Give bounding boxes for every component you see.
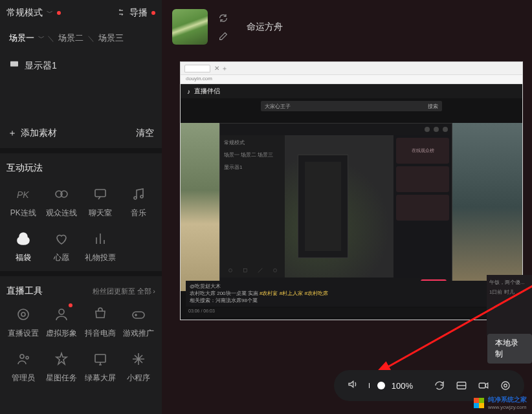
tools-subtitle-link[interactable]: 粉丝团更新至 全部› — [93, 287, 155, 296]
video-info-strip: @吃货赵大木 农村吃大席 200块一桌菜 实惠 #农村宴 #村上人家 #农村吃席… — [186, 281, 517, 307]
interactive-section-title: 互动玩法 — [4, 156, 158, 179]
grid-item-admin[interactable]: 管理员 — [4, 344, 43, 389]
broadcast-toggle[interactable]: 导播 — [116, 7, 155, 19]
svg-rect-4 — [95, 190, 105, 197]
page-header: ♪直播伴侣 — [181, 84, 522, 98]
svg-rect-22 — [479, 383, 485, 388]
interactive-grid: PKPK连线 观众连线 聊天室 音乐 福袋 心愿 礼物投票 — [4, 179, 158, 268]
svg-text:PK: PK — [17, 190, 29, 200]
grid-item-star-tasks[interactable]: 星图任务 — [43, 344, 82, 389]
svg-point-24 — [504, 384, 507, 387]
chevron-down-icon: ﹀ — [47, 8, 53, 17]
scene-thumbnail[interactable] — [172, 9, 208, 45]
record-icon[interactable] — [478, 378, 489, 393]
search-bar: 大家心王子搜索 — [261, 101, 442, 111]
svg-point-14 — [228, 269, 232, 272]
stream-title: 命运方舟 — [239, 19, 291, 36]
volume-value: 100% — [392, 381, 413, 391]
chevron-down-icon: ﹀ — [38, 34, 45, 43]
grid-item-game-promo[interactable]: 游戏推广 — [120, 300, 159, 344]
mode-label: 常规模式 — [6, 7, 43, 19]
svg-rect-10 — [133, 312, 144, 318]
svg-point-12 — [26, 356, 28, 359]
layout-icon[interactable] — [456, 378, 467, 393]
left-sidebar: 常规模式 ﹀ 导播 场景一 ﹀ ＼ 场景二 ＼ 场景三 显示器1 ＋ 添加素材 … — [0, 0, 162, 414]
clear-button[interactable]: 清空 — [136, 127, 154, 139]
scene-tab-2[interactable]: 场景二 — [57, 30, 85, 47]
swap-icon — [116, 8, 126, 19]
video-timeline: 03:06 / 06:03 — [186, 308, 517, 317]
record-tooltip: 本地录制 — [487, 334, 532, 364]
grid-item-chatroom[interactable]: 聊天室 — [81, 179, 120, 224]
svg-point-11 — [20, 354, 24, 358]
grid-item-pk[interactable]: PKPK连线 — [4, 179, 43, 224]
add-label: 添加素材 — [21, 127, 57, 139]
svg-point-5 — [134, 197, 137, 199]
svg-point-23 — [502, 382, 509, 389]
svg-point-9 — [59, 309, 64, 314]
svg-point-16 — [273, 269, 276, 272]
grid-item-lucky-bag[interactable]: 福袋 — [4, 224, 43, 268]
tools-section-title: 直播工具 — [6, 285, 43, 297]
grid-item-greenscreen[interactable]: 绿幕大屏 — [81, 344, 120, 389]
monitor-icon — [9, 60, 19, 72]
watermark: 纯净系统之家 www.ycwjzy.com — [474, 395, 527, 410]
target-icon[interactable] — [500, 378, 511, 393]
grid-item-gift-vote[interactable]: 礼物投票 — [81, 224, 120, 268]
browser-tab-bar: ✕ ＋ — [181, 62, 522, 75]
mode-selector[interactable]: 常规模式 ﹀ — [6, 7, 61, 19]
grid-item-virtual-avatar[interactable]: 虚拟形象 — [43, 300, 82, 344]
add-source-button[interactable]: ＋ 添加素材 — [8, 127, 57, 139]
volume-icon[interactable] — [347, 378, 359, 393]
svg-rect-13 — [95, 354, 105, 362]
notification-dot-icon — [57, 11, 61, 15]
scene-tab-3[interactable]: 场景三 — [97, 30, 125, 47]
grid-item-audience-link[interactable]: 观众连线 — [43, 179, 82, 224]
chevron-right-icon: › — [153, 287, 155, 295]
refresh-icon[interactable] — [217, 12, 230, 25]
scene-tab-1[interactable]: 场景一 — [8, 30, 36, 47]
notification-dot-icon — [151, 11, 155, 15]
windows-logo-icon — [474, 398, 484, 408]
grid-item-music[interactable]: 音乐 — [120, 179, 159, 224]
edit-icon[interactable] — [217, 30, 230, 43]
source-item-monitor[interactable]: 显示器1 — [8, 56, 154, 76]
notification-dot-icon — [69, 303, 72, 307]
grid-item-miniapp[interactable]: 小程序 — [120, 344, 159, 389]
refresh-icon[interactable] — [434, 378, 445, 393]
nested-window: 常规模式 场景一 场景二 场景三 显示器1 在线观众榜 — [219, 123, 452, 291]
url-bar: douyin.com — [181, 75, 522, 84]
preview-area: 命运方舟 ✕ ＋ douyin.com ♪直播伴侣 大家心王子搜索 常规模式 场… — [162, 0, 532, 414]
broadcast-label: 导播 — [129, 7, 148, 19]
scene-tabs: 场景一 ﹀ ＼ 场景二 ＼ 场景三 — [4, 26, 158, 50]
tools-grid: 直播设置 虚拟形象 抖音电商 游戏推广 管理员 星图任务 绿幕大屏 小程序 — [4, 300, 158, 389]
source-list: 显示器1 — [4, 50, 158, 76]
side-feed-strip: 午饭，两个傻... 1日前 时儿 — [487, 275, 532, 336]
preview-capture: ✕ ＋ douyin.com ♪直播伴侣 大家心王子搜索 常规模式 场景一 场景… — [180, 61, 523, 320]
svg-rect-15 — [243, 269, 247, 272]
svg-point-6 — [140, 195, 143, 198]
grid-item-wish[interactable]: 心愿 — [43, 224, 82, 268]
grid-item-ecommerce[interactable]: 抖音电商 — [81, 300, 120, 344]
plus-icon: ＋ — [8, 127, 17, 139]
svg-point-8 — [21, 312, 25, 316]
svg-rect-0 — [10, 61, 18, 67]
volume-slider[interactable] — [379, 384, 381, 387]
source-label: 显示器1 — [25, 60, 57, 72]
svg-point-7 — [18, 309, 28, 320]
grid-item-live-settings[interactable]: 直播设置 — [4, 300, 43, 344]
